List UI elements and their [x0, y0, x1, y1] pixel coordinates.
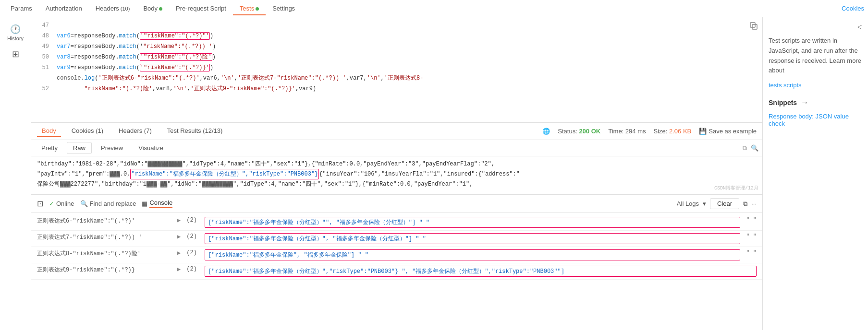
- log-key-1: 正则表达式6-"riskName":"(.*?)': [37, 217, 171, 225]
- tab-pre-request[interactable]: Pre-request Script: [169, 2, 233, 15]
- tab-tests[interactable]: Tests: [233, 2, 266, 15]
- expand-arrow-3[interactable]: ▶: [175, 249, 183, 257]
- log-extra-3: " ": [746, 249, 757, 256]
- response-tab-body[interactable]: Body: [37, 125, 61, 137]
- svg-rect-1: [750, 23, 755, 27]
- list-item: 正则表达式7-"riskName":"(.*?)) ' ▶ (2) ["risk…: [31, 231, 762, 247]
- log-extra-2: " ": [746, 233, 757, 240]
- console-grid-icon: ▦: [142, 200, 147, 207]
- add-collection-icon: ⊞: [12, 49, 19, 59]
- log-key-3: 正则表达式8-"riskName":"(.*?)险': [37, 249, 171, 258]
- expand-arrow-1[interactable]: ▶: [175, 217, 183, 224]
- list-item: 正则表达式6-"riskName":"(.*?)' ▶ (2) ["riskNa…: [31, 214, 762, 231]
- help-description: Test scripts are written in JavaScript, …: [769, 36, 862, 76]
- tab-params[interactable]: Params: [4, 2, 39, 15]
- response-line-1: "birthday":"1981-02-28","idNo":"▓▓▓▓▓▓▓▓…: [37, 159, 757, 169]
- response-tabs-bar: Body Cookies (1) Headers (7) Test Result…: [31, 123, 762, 140]
- code-editor: 47 48 49 50 51 52 var6=responseBody.matc…: [31, 17, 762, 123]
- log-value-2: ["riskName":"福多多年金保险（分红型）", "福多多年金保险（分红型…: [205, 233, 740, 244]
- clear-button[interactable]: Clear: [710, 198, 739, 209]
- bottom-toolbar: ⊡ ✓ Online 🔍 Find and replace ▦ Console …: [31, 195, 762, 212]
- time-label: Time: 294 ms: [608, 128, 646, 135]
- tab-settings[interactable]: Settings: [266, 2, 302, 15]
- code-content[interactable]: var6=responseBody.match('"riskName":"(.*…: [53, 17, 762, 122]
- more-options-icon[interactable]: ···: [751, 200, 757, 207]
- list-item: 正则表达式9-"riskName":"(.*?)} ▶ (2) ["riskNa…: [31, 263, 762, 280]
- main-layout: 🕐 History ⊞ 47 48 49 50 51 52 var6=respo…: [0, 17, 868, 330]
- globe-icon: 🌐: [542, 128, 550, 135]
- search-response-icon[interactable]: 🔍: [751, 144, 758, 152]
- console-controls: All Logs ▾ Clear ⧉ ···: [677, 198, 757, 209]
- response-body[interactable]: "birthday":"1981-02-28","idNo":"▓▓▓▓▓▓▓▓…: [31, 156, 762, 195]
- size-label: Size: 2.06 KB: [653, 128, 691, 135]
- copy-console-icon[interactable]: ⧉: [743, 200, 747, 208]
- console-logs: 正则表达式6-"riskName":"(.*?)' ▶ (2) ["riskNa…: [31, 212, 762, 330]
- log-count-3: (2): [186, 249, 201, 256]
- expand-arrow-4[interactable]: ▶: [175, 266, 183, 273]
- search-icon: 🔍: [80, 200, 88, 207]
- status-label: Status: 200 OK: [558, 128, 600, 135]
- save-icon: 💾: [699, 128, 707, 135]
- log-key-4: 正则表达式9-"riskName":"(.*?)}: [37, 266, 171, 274]
- log-count-1: (2): [186, 217, 201, 224]
- log-value-3: ["riskName":"福多多年金保险", "福多多年金保险"] " ": [205, 249, 740, 260]
- log-extra-1: " ": [746, 217, 757, 224]
- log-count-2: (2): [186, 233, 201, 240]
- tests-scripts-link[interactable]: tests scripts: [769, 82, 862, 89]
- expand-arrow-2[interactable]: ▶: [175, 233, 183, 240]
- sidebar-item-history[interactable]: 🕐 History: [4, 21, 26, 44]
- online-check-icon: ✓: [49, 200, 54, 207]
- save-example-button[interactable]: 💾 Save as example: [699, 128, 757, 135]
- svg-rect-0: [752, 24, 757, 29]
- watermark: CSDN博客管理/12月: [714, 184, 758, 193]
- response-line-2: "payIntv":"1","prem":▓▓▓.0, "riskName":"…: [37, 169, 757, 179]
- sub-tab-pretty[interactable]: Pretty: [35, 142, 64, 154]
- sub-tab-preview[interactable]: Preview: [95, 142, 129, 154]
- log-key-2: 正则表达式7-"riskName":"(.*?)) ': [37, 233, 171, 241]
- console-tab-button[interactable]: ▦ Console: [142, 199, 172, 208]
- sub-tab-raw[interactable]: Raw: [67, 142, 92, 154]
- tab-body[interactable]: Body: [136, 2, 169, 15]
- snippets-title: Snippets: [769, 99, 797, 106]
- log-value-1: ["riskName":"福多多年金保险（分红型）"", "福多多年金保险（分红…: [205, 217, 740, 228]
- sidebar-item-add[interactable]: ⊞: [9, 46, 22, 62]
- chevron-down-icon[interactable]: ▾: [703, 200, 706, 207]
- right-panel: ◁ Test scripts are written in JavaScript…: [762, 17, 868, 330]
- online-indicator: ✓ Online: [49, 200, 74, 207]
- log-count-4: (2): [186, 266, 201, 272]
- history-icon: 🕐: [10, 24, 21, 35]
- response-tab-test-results[interactable]: Test Results (12/13): [162, 125, 228, 137]
- copy-response-icon[interactable]: ⧉: [743, 144, 747, 152]
- cookies-link[interactable]: Cookies: [842, 5, 864, 12]
- find-replace-button[interactable]: 🔍 Find and replace: [80, 200, 136, 207]
- tab-authorization[interactable]: Authorization: [39, 2, 89, 15]
- tab-headers[interactable]: Headers(10): [89, 2, 137, 15]
- sidebar: 🕐 History ⊞: [0, 17, 31, 330]
- sub-tab-visualize[interactable]: Visualize: [132, 142, 170, 154]
- response-tab-headers[interactable]: Headers (7): [114, 125, 157, 137]
- bottom-panel: ⊡ ✓ Online 🔍 Find and replace ▦ Console …: [31, 195, 762, 330]
- body-dot: [159, 7, 162, 11]
- response-sub-tabs: Pretty Raw Preview Visualize ⧉ 🔍: [31, 140, 762, 156]
- line-numbers: 47 48 49 50 51 52: [31, 17, 53, 122]
- list-item: 正则表达式8-"riskName":"(.*?)险' ▶ (2) ["riskN…: [31, 247, 762, 263]
- log-value-4: ["riskName":"福多多年金保险（分红型）","riskType":"P…: [205, 266, 757, 277]
- request-tabs: Params Authorization Headers(10) Body Pr…: [0, 0, 868, 17]
- tests-dot: [256, 7, 259, 11]
- response-tab-cookies[interactable]: Cookies (1): [67, 125, 108, 137]
- right-panel-toggle-icon[interactable]: ◁: [857, 23, 862, 30]
- layout-icon[interactable]: ⊡: [37, 199, 43, 208]
- copy-editor-icon[interactable]: [749, 21, 758, 32]
- history-label: History: [7, 35, 24, 41]
- snippets-arrow-icon[interactable]: →: [801, 98, 808, 107]
- response-line-3: 保险公司▓▓▓2272277","birthday":"1▓▓▓-▓▓","id…: [37, 179, 757, 189]
- response-status-info: 🌐 Status: 200 OK Time: 294 ms Size: 2.06…: [542, 128, 757, 135]
- content-area: 47 48 49 50 51 52 var6=responseBody.matc…: [31, 17, 762, 330]
- snippet-json-check-link[interactable]: Response body: JSON value check: [769, 113, 862, 127]
